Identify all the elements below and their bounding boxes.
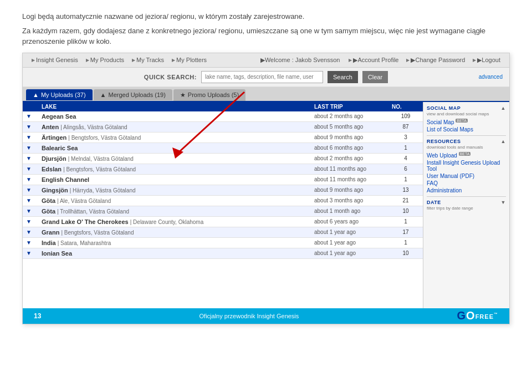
tab-merged-uploads[interactable]: ▲ Merged Uploads (19) [94,89,172,100]
resources-collapse[interactable]: ▲ [501,139,506,144]
user-manual-link[interactable]: User Manual (PDF) [427,173,506,179]
trip-no: 17 [392,229,420,235]
row-expand-icon: ▼ [26,145,42,151]
row-expand-icon: ▼ [26,229,42,235]
table-row[interactable]: ▼ Ionian Sea about 1 year ago 10 [23,248,423,259]
table-row[interactable]: ▼ English Channel about 11 months ago 1 [23,175,423,185]
trip-no: 10 [392,208,420,214]
date-sub: filter trips by date range [427,206,506,211]
lake-name: Ionian Sea [42,250,314,257]
trip-no: 1 [392,145,420,151]
social-map-title: SOCIAL MAP ▲ [427,105,506,111]
trip-no: 13 [392,187,420,193]
tab-merged-uploads-label: Merged Uploads (19) [108,91,165,98]
lake-name: Ärtingen | Bengtsfors, Västra Götaland [42,134,314,141]
row-expand-icon: ▼ [26,155,42,161]
social-map-beta: BETA [456,119,468,123]
nav-account-profile[interactable]: ▶Account Profile [345,55,402,65]
trip-time: about 2 months ago [314,113,392,119]
faq-link[interactable]: FAQ [427,180,506,186]
table-row[interactable]: ▼ Edslan | Bengtsfors, Västra Götaland a… [23,164,423,175]
social-map-collapse[interactable]: ▲ [501,105,506,111]
search-label: QUICK SEARCH: [144,74,197,80]
trip-time: about 9 months ago [314,187,392,193]
tab-merged-uploads-icon: ▲ [100,91,106,98]
trip-time: about 1 year ago [314,250,392,256]
clear-button[interactable]: Clear [362,71,388,83]
date-collapse[interactable]: ▼ [501,200,506,205]
web-upload-link[interactable]: Web Upload BETA [427,152,506,159]
trip-time: about 3 months ago [314,197,392,203]
table-row[interactable]: ▼ Aegean Sea about 2 months ago 109 [23,111,423,122]
table-header: LAKE LAST TRIP NO. [23,102,423,111]
trip-no: 87 [392,124,420,130]
lake-name: Balearic Sea [42,145,314,151]
lake-name: English Channel [42,176,314,183]
col-lake: LAKE [42,104,314,110]
table-row[interactable]: ▼ Grann | Bengtsfors, Västra Götaland ab… [23,227,423,238]
list-of-social-maps-link[interactable]: List of Social Maps [427,126,506,133]
page-content: Logi będą automatycznie nazwane od jezio… [0,0,532,47]
logo-tm: ™ [494,312,498,316]
row-expand-icon: ▼ [26,187,42,193]
paragraph-1: Logi będą automatycznie nazwane od jezio… [22,11,510,22]
table-row[interactable]: ▼ Göta | Trollhättan, Västra Götaland ab… [23,206,423,217]
tab-my-uploads[interactable]: ▲ My Uploads (37) [26,89,93,100]
main-content: LAKE LAST TRIP NO. ▼ Aegean Sea about 2 … [23,102,509,310]
table-row[interactable]: ▼ Balearic Sea about 6 months ago 1 [23,143,423,154]
tabs-row: ▲ My Uploads (37) ▲ Merged Uploads (19) … [23,87,509,102]
advanced-link[interactable]: advanced [479,74,503,80]
date-section: DATE ▼ filter trips by date range [427,200,506,211]
trip-no: 4 [392,155,420,161]
social-map-sub: view and download social maps [427,111,506,116]
social-map-link[interactable]: Social Map BETA [427,119,506,125]
col-no: NO. [392,104,420,110]
row-expand-icon: ▼ [26,113,42,119]
lake-name: Aegean Sea [42,113,314,120]
table-row[interactable]: ▼ Göta | Ale, Västra Götaland about 3 mo… [23,196,423,206]
trip-time: about 11 months ago [314,176,392,182]
row-expand-icon: ▼ [26,208,42,214]
nav-my-products[interactable]: My Products [83,55,127,64]
sidebar: SOCIAL MAP ▲ view and download social ma… [423,102,509,310]
row-expand-icon: ▼ [26,218,42,225]
table-row[interactable]: ▼ Ärtingen | Bengtsfors, Västra Götaland… [23,133,423,143]
bottom-bar: 13 Oficjalny przewodnik Insight Genesis … [23,308,509,324]
table-row[interactable]: ▼ Djursjön | Melndal, Västra Götaland ab… [23,154,423,164]
nav-logout[interactable]: ▶Logout [469,55,504,65]
app-header: Insight Genesis My Products My Tracks My… [23,53,509,68]
trip-no: 1 [392,176,420,182]
table-row[interactable]: ▼ Gingsjön | Härryda, Västra Götaland ab… [23,185,423,196]
table-section: LAKE LAST TRIP NO. ▼ Aegean Sea about 2 … [23,102,423,310]
row-expand-icon: ▼ [26,197,42,203]
tab-promo-uploads[interactable]: ★ Promo Uploads (5) [173,89,245,101]
col-last-trip: LAST TRIP [314,104,392,110]
footer-center-text: Oficjalny przewodnik Insight Genesis [200,313,299,319]
nav-insight-genesis[interactable]: Insight Genesis [28,55,81,64]
logo: GOFREE™ [457,309,498,322]
nav-change-password[interactable]: ▶Change Password [403,55,468,65]
row-expand-icon: ▼ [26,134,42,140]
trip-time: about 1 month ago [314,208,392,214]
row-expand-icon: ▼ [26,166,42,172]
trip-no: 10 [392,250,420,256]
nav-my-tracks[interactable]: My Tracks [129,55,167,64]
table-row[interactable]: ▼ Anten | Alingsås, Västra Götaland abou… [23,122,423,133]
nav-my-plotters[interactable]: My Plotters [168,55,210,64]
col-arrow [26,104,42,110]
table-row[interactable]: ▼ India | Satara, Maharashtra about 1 ye… [23,238,423,248]
trip-no: 21 [392,197,420,203]
search-input[interactable] [201,71,323,83]
lake-name: Edslan | Bengtsfors, Västra Götaland [42,166,314,172]
trip-time: about 1 year ago [314,229,392,235]
search-button[interactable]: Search [328,71,358,83]
row-expand-icon: ▼ [26,250,42,256]
administration-link[interactable]: Administration [427,187,506,194]
table-row[interactable]: ▼ Grand Lake O' The Cherokees | Delaware… [23,217,423,227]
trip-time: about 6 years ago [314,218,392,225]
lake-name: Grann | Bengtsfors, Västra Götaland [42,229,314,236]
install-insight-link[interactable]: Install Insight Genesis Upload Tool [427,160,506,172]
search-bar: QUICK SEARCH: Search Clear advanced [23,68,509,87]
nav-right: ▶Welcome : Jakob Svensson ▶Account Profi… [260,55,504,65]
lake-name: Djursjön | Melndal, Västra Götaland [42,155,314,162]
